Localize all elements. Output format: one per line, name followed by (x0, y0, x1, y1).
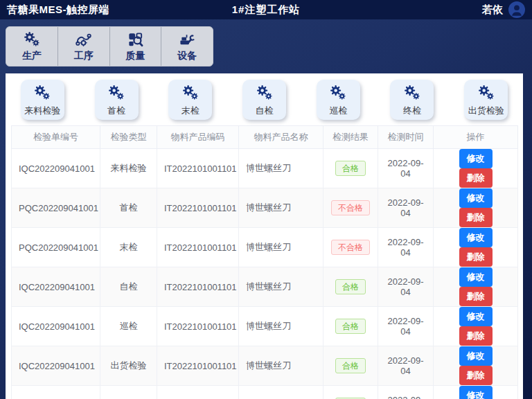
result-badge: 不合格 (331, 240, 370, 255)
delete-button[interactable]: 删除 (459, 168, 493, 188)
inspection-cards-row: 来料检验 首检 末检 (6, 73, 523, 125)
app-title: 苦糖果MES-触控屏端 (7, 3, 109, 17)
table-row: IQC202209041001 出货检验 IT2022101001101 博世螺… (12, 346, 518, 386)
quality-search-icon (127, 30, 144, 48)
cell-material-name: 博世螺丝刀 (239, 149, 323, 188)
result-badge: 合格 (335, 161, 366, 176)
table-row: PQC202209041001 首检 IT2022101001101 博世螺丝刀… (12, 188, 518, 228)
cell-order-no: IQC202209041001 (12, 386, 100, 399)
toolbar-item-process[interactable]: 工序 (58, 27, 110, 66)
station-title: 1#注塑工作站 (232, 3, 301, 17)
inspection-card-first[interactable]: 首检 (95, 80, 139, 120)
content-panel: 来料检验 首检 末检 (6, 73, 523, 399)
edit-button[interactable]: 修改 (459, 307, 493, 326)
workflow-icon (75, 30, 92, 48)
delete-button[interactable]: 删除 (459, 287, 493, 306)
equipment-icon (179, 30, 196, 48)
cell-inspection-type: 出货检验 (100, 386, 157, 399)
inspection-card-label: 巡检 (329, 105, 347, 117)
cell-inspection-type: 来料检验 (100, 149, 157, 188)
edit-button[interactable]: 修改 (459, 386, 493, 399)
gears-icon (107, 84, 125, 105)
cell-material-code: IT2022101001101 (157, 228, 239, 267)
inspection-card-incoming[interactable]: 来料检验 (21, 80, 64, 120)
inspection-card-label: 来料检验 (24, 105, 60, 117)
result-badge: 不合格 (331, 200, 370, 215)
inspection-card-shipment[interactable]: 出货检验 (464, 80, 508, 120)
cell-material-name: 博世螺丝刀 (239, 188, 323, 228)
table-row: IQC202209041001 来料检验 IT2022101001101 博世螺… (12, 149, 518, 188)
inspection-card-final[interactable]: 终检 (390, 80, 434, 120)
column-header: 检验单编号 (12, 126, 100, 149)
inspection-card-self[interactable]: 自检 (242, 80, 286, 120)
gears-icon (33, 84, 51, 105)
gears-icon (23, 30, 41, 48)
cell-material-code: IT2022101001101 (157, 188, 239, 228)
main-toolbar: 生产 工序 质量 设备 (6, 26, 213, 66)
toolbar-item-label: 工序 (74, 50, 94, 62)
inspection-card-patrol[interactable]: 巡检 (317, 80, 360, 120)
column-header: 操作 (434, 126, 518, 149)
cell-material-code: IT2022101001101 (157, 307, 239, 346)
gears-icon (181, 84, 200, 105)
table-row: PQC202209041001 末检 IT2022101001101 博世螺丝刀… (12, 228, 518, 267)
cell-inspection-type: 首检 (100, 188, 157, 228)
cell-order-no: IQC202209041001 (12, 307, 100, 346)
cell-inspection-date: 2022-09-04 (378, 228, 434, 267)
inspection-card-label: 出货检验 (468, 105, 504, 117)
cell-inspection-type: 巡检 (100, 307, 157, 346)
cell-inspection-type: 出货检验 (100, 346, 157, 386)
table-row: IQC202209041001 出货检验 IT2022101001101 博世螺… (12, 386, 518, 399)
delete-button[interactable]: 删除 (459, 326, 493, 346)
cell-order-no: IQC202209041001 (12, 346, 100, 386)
inspection-card-label: 自检 (256, 105, 274, 117)
toolbar-item-equipment[interactable]: 设备 (161, 27, 213, 66)
cell-material-name: 博世螺丝刀 (239, 386, 323, 399)
cell-order-no: IQC202209041001 (12, 267, 100, 307)
cell-inspection-date: 2022-09-04 (378, 346, 434, 386)
cell-material-name: 博世螺丝刀 (239, 228, 323, 267)
edit-button[interactable]: 修改 (459, 149, 493, 168)
toolbar-item-production[interactable]: 生产 (6, 27, 58, 66)
cell-inspection-date: 2022-09-04 (378, 188, 434, 228)
table-row: IQC202209041001 自检 IT2022101001101 博世螺丝刀… (12, 267, 518, 307)
result-badge: 合格 (335, 279, 366, 294)
delete-button[interactable]: 删除 (459, 208, 493, 227)
inspection-card-label: 末检 (181, 105, 200, 117)
gears-icon (256, 84, 274, 105)
delete-button[interactable]: 删除 (459, 247, 493, 267)
delete-button[interactable]: 删除 (459, 366, 493, 385)
cell-inspection-type: 自检 (100, 267, 157, 307)
cell-inspection-date: 2022-09-04 (378, 149, 434, 188)
cell-inspection-date: 2022-09-04 (378, 307, 434, 346)
table-row: IQC202209041001 巡检 IT2022101001101 博世螺丝刀… (12, 307, 518, 346)
inspection-card-last[interactable]: 末检 (168, 80, 212, 120)
column-header: 检测结果 (323, 126, 378, 149)
topbar: 苦糖果MES-触控屏端 1#注塑工作站 若依 (0, 0, 532, 19)
edit-button[interactable]: 修改 (459, 267, 493, 287)
edit-button[interactable]: 修改 (459, 346, 493, 366)
cell-material-code: IT2022101001101 (157, 267, 239, 307)
result-badge: 合格 (335, 319, 366, 334)
cell-order-no: PQC202209041001 (12, 228, 100, 267)
column-header: 物料产品编码 (157, 126, 239, 149)
cell-order-no: IQC202209041001 (12, 149, 100, 188)
column-header: 检测时间 (378, 126, 434, 149)
edit-button[interactable]: 修改 (459, 228, 493, 247)
toolbar-item-quality[interactable]: 质量 (110, 27, 162, 66)
inspection-table: 检验单编号检验类型物料产品编码物料产品名称检测结果检测时间操作 IQC20220… (11, 125, 518, 399)
inspection-card-label: 终检 (403, 105, 421, 117)
cell-material-name: 博世螺丝刀 (239, 346, 323, 386)
toolbar-item-label: 质量 (125, 50, 145, 62)
edit-button[interactable]: 修改 (459, 188, 493, 208)
cell-order-no: PQC202209041001 (12, 188, 100, 228)
cell-material-code: IT2022101001101 (157, 149, 239, 188)
gears-icon (403, 84, 421, 105)
cell-inspection-date: 2022-09-04 (378, 386, 434, 399)
toolbar-item-label: 设备 (177, 50, 197, 62)
user-menu[interactable]: 若依 (482, 1, 525, 18)
cell-material-code: IT2022101001101 (157, 386, 239, 399)
inspection-card-label: 首检 (107, 105, 125, 117)
cell-material-name: 博世螺丝刀 (239, 307, 323, 346)
cell-inspection-type: 末检 (100, 228, 157, 267)
